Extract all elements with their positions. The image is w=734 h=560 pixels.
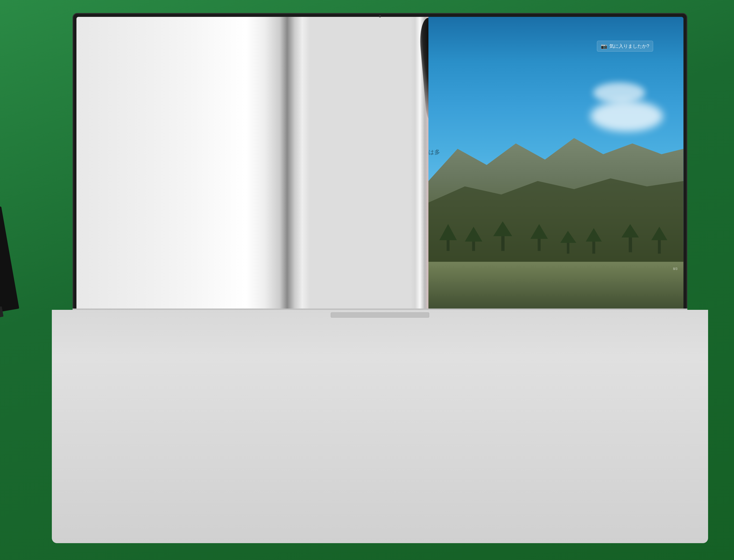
cloud-2: [593, 82, 645, 103]
laptop-body: Esc 🔇 F1 🔉 F2 🔊 F3 ✕ F4: [52, 310, 708, 543]
screen-mid-text: は多: [428, 148, 440, 156]
notification-camera-icon: 📷: [601, 43, 607, 49]
laptop-lid: 📷 気に入りましたか? は多 8/3 Lenovo: [73, 13, 687, 324]
touchpad-bar: [331, 312, 429, 318]
mountain-silhouette: [428, 127, 683, 262]
camera: [379, 15, 381, 17]
screen-timestamp: 8/3: [673, 267, 677, 271]
notification-text: 気に入りましたか?: [609, 43, 649, 49]
laptop: 📷 気に入りましたか? は多 8/3 Lenovo: [52, 13, 708, 560]
screen-white-damage: [76, 17, 453, 316]
cloud-1: [590, 101, 663, 132]
screen-bezel: 📷 気に入りましたか? は多 8/3: [76, 17, 683, 316]
svg-marker-1: [428, 178, 683, 262]
screen-notification[interactable]: 📷 気に入りましたか?: [597, 41, 653, 52]
screen-display: 📷 気に入りましたか? は多 8/3: [76, 17, 683, 316]
